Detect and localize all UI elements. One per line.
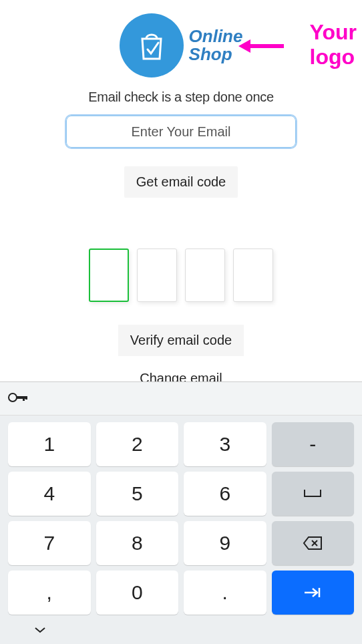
keypad-3[interactable]: 3 [184,422,266,466]
keypad-6[interactable]: 6 [184,472,266,516]
email-input[interactable] [66,116,296,148]
keypad-8[interactable]: 8 [96,521,179,565]
annotation-your-logo: Your logo [309,20,357,69]
code-digit-1[interactable] [89,249,129,302]
logo-text-line2: Shop [189,45,243,63]
keypad-0[interactable]: 0 [96,571,179,615]
chevron-down-icon[interactable] [33,625,47,637]
keypad-5[interactable]: 5 [96,472,179,516]
svg-rect-4 [23,396,25,401]
key-icon[interactable] [8,391,28,407]
keypad-backspace[interactable] [272,521,355,565]
svg-point-2 [9,393,17,401]
app-logo: Online Shop [120,13,243,77]
logo-bag-icon [120,13,184,77]
logo-text: Online Shop [189,27,243,64]
get-code-button[interactable]: Get email code [124,166,238,198]
keypad-4[interactable]: 4 [8,472,91,516]
logo-text-line1: Online [189,27,243,45]
subtitle-text: Email check is a step done once [88,90,274,105]
keypad-space[interactable] [272,472,355,516]
annotation-line2: logo [309,45,355,69]
svg-rect-5 [25,396,27,399]
code-digit-4[interactable] [233,249,273,302]
svg-rect-3 [16,396,27,399]
keypad-comma[interactable]: , [8,571,91,615]
keypad-dash[interactable]: - [272,422,355,466]
numeric-keyboard: 1 2 3 - 4 5 6 7 8 9 , 0 . [0,381,362,644]
annotation-arrow-icon [238,37,285,58]
code-digit-3[interactable] [185,249,225,302]
keypad-2[interactable]: 2 [96,422,179,466]
keypad-7[interactable]: 7 [8,521,91,565]
svg-marker-1 [238,39,250,53]
code-digit-2[interactable] [137,249,177,302]
keypad-enter[interactable] [272,571,355,615]
verification-code-row [89,249,273,302]
keyboard-toolbar [0,382,362,416]
verify-code-button[interactable]: Verify email code [118,325,244,356]
keypad-1[interactable]: 1 [8,422,91,466]
keypad-period[interactable]: . [184,571,266,615]
keypad-9[interactable]: 9 [184,521,266,565]
annotation-line1: Your [309,20,357,45]
